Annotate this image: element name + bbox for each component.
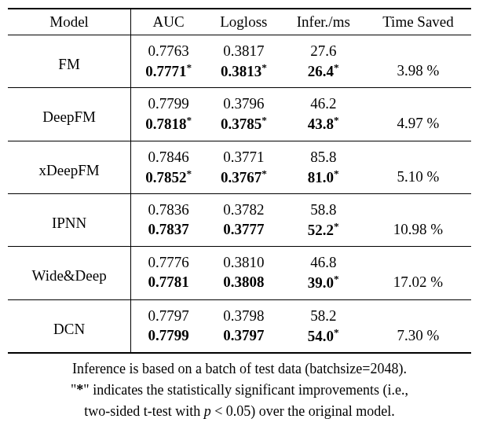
baseline-logloss: 0.3810 [206,247,281,273]
improved-logloss: 0.3767* [206,167,281,194]
table-row: Wide&Deep0.77760.381046.8 [8,247,471,273]
time-saved-cell: 3.98 % [365,61,471,88]
time-saved-blank [365,35,471,61]
header-row: Model AUC Logloss Infer./ms Time Saved [8,9,471,35]
improved-auc: 0.7771* [131,61,206,88]
footnote-line2b: " indicates the statistically significan… [83,382,408,398]
time-saved-cell: 5.10 % [365,167,471,194]
table-row: DeepFM0.77990.379646.2 [8,88,471,114]
footnote-star: * [76,382,83,398]
baseline-auc: 0.7776 [131,247,206,273]
baseline-infer: 58.2 [282,299,365,325]
time-saved-blank [365,299,471,325]
table-footnote: Inference is based on a batch of test da… [8,358,471,422]
improved-infer: 43.8* [282,113,365,141]
improved-logloss: 0.3785* [206,113,281,141]
footnote-line3b: < 0.05) over the original model. [211,403,395,419]
header-infer: Infer./ms [282,9,365,35]
improved-infer: 81.0* [282,167,365,194]
model-cell: DCN [8,299,131,353]
time-saved-blank [365,88,471,114]
baseline-auc: 0.7846 [131,141,206,167]
footnote-p: p [204,403,211,419]
time-saved-blank [365,141,471,167]
improved-auc: 0.7852* [131,167,206,194]
time-saved-cell: 10.98 % [365,219,471,247]
table-row: IPNN0.78360.378258.8 [8,193,471,219]
baseline-auc: 0.7799 [131,88,206,114]
header-model: Model [8,9,131,35]
improved-infer: 39.0* [282,272,365,299]
table-row: FM0.77630.381727.6 [8,35,471,61]
improved-infer: 26.4* [282,61,365,88]
improved-auc: 0.7818* [131,113,206,141]
improved-infer: 54.0* [282,325,365,353]
improved-infer: 52.2* [282,219,365,247]
table-row: DCN0.77970.379858.2 [8,299,471,325]
model-cell: Wide&Deep [8,247,131,299]
improved-logloss: 0.3813* [206,61,281,88]
time-saved-cell: 4.97 % [365,113,471,141]
baseline-logloss: 0.3771 [206,141,281,167]
baseline-infer: 46.8 [282,247,365,273]
improved-auc: 0.7799 [131,325,206,353]
model-cell: DeepFM [8,88,131,141]
time-saved-blank [365,247,471,273]
header-time-saved: Time Saved [365,9,471,35]
time-saved-blank [365,193,471,219]
improved-logloss: 0.3808 [206,272,281,299]
improved-logloss: 0.3797 [206,325,281,353]
improved-logloss: 0.3777 [206,219,281,247]
header-auc: AUC [131,9,206,35]
model-cell: xDeepFM [8,141,131,193]
baseline-infer: 58.8 [282,193,365,219]
table-row: xDeepFM0.78460.377185.8 [8,141,471,167]
results-table-container: Model AUC Logloss Infer./ms Time Saved F… [8,8,471,422]
baseline-logloss: 0.3782 [206,193,281,219]
baseline-infer: 85.8 [282,141,365,167]
footnote-line1: Inference is based on a batch of test da… [72,361,407,376]
baseline-logloss: 0.3796 [206,88,281,114]
baseline-logloss: 0.3798 [206,299,281,325]
baseline-auc: 0.7763 [131,35,206,61]
time-saved-cell: 7.30 % [365,325,471,353]
footnote-line3a: two-sided t-test with [84,403,203,419]
baseline-infer: 27.6 [282,35,365,61]
model-cell: FM [8,35,131,88]
improved-auc: 0.7837 [131,219,206,247]
baseline-auc: 0.7797 [131,299,206,325]
model-cell: IPNN [8,193,131,246]
baseline-auc: 0.7836 [131,193,206,219]
improved-auc: 0.7781 [131,272,206,299]
header-logloss: Logloss [206,9,281,35]
baseline-logloss: 0.3817 [206,35,281,61]
time-saved-cell: 17.02 % [365,272,471,299]
baseline-infer: 46.2 [282,88,365,114]
results-table: Model AUC Logloss Infer./ms Time Saved F… [8,8,471,354]
